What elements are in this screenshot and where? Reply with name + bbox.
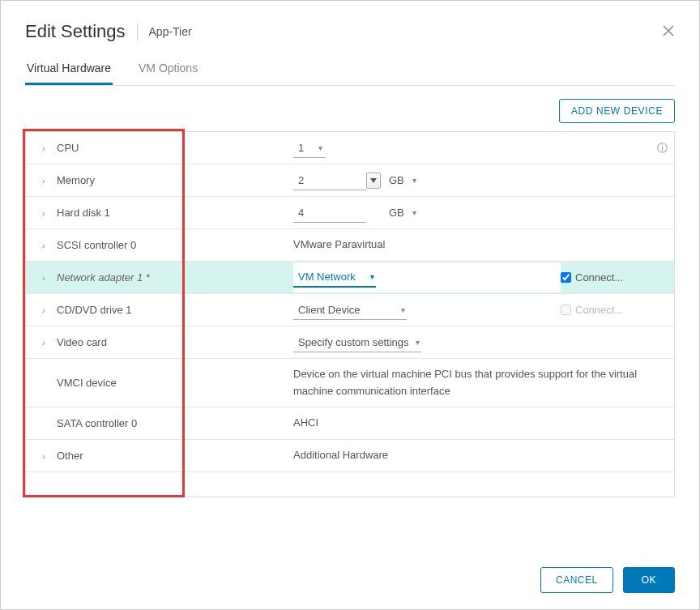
info-icon[interactable]: ⓘ xyxy=(650,141,674,156)
tab-vm-options[interactable]: VM Options xyxy=(137,57,199,85)
chevron-right-icon[interactable]: › xyxy=(42,273,50,283)
modal-header: Edit Settings App-Tier xyxy=(25,21,675,42)
cddvd-value: Client Device xyxy=(298,304,361,316)
row-label-scsi: SCSI controller 0 xyxy=(57,239,136,251)
row-memory: › Memory GB ▾ xyxy=(26,164,674,197)
row-video-card: › Video card Specify custom settings ▾ xyxy=(26,326,674,359)
tab-virtual-hardware[interactable]: Virtual Hardware xyxy=(25,57,113,85)
row-cddvd: › CD/DVD drive 1 Client Device ▾ Connect… xyxy=(26,294,674,326)
page-title: Edit Settings xyxy=(25,21,126,42)
edit-settings-modal: Edit Settings App-Tier Virtual Hardware … xyxy=(1,1,699,609)
row-network-adapter: › Network adapter 1 * VM Network ▾ Conne… xyxy=(26,262,674,294)
row-label-cpu: CPU xyxy=(57,142,79,154)
modal-footer: CANCEL OK xyxy=(25,551,675,593)
network-value: VM Network xyxy=(298,271,356,283)
chevron-right-icon[interactable]: › xyxy=(42,338,50,348)
row-spacer xyxy=(26,472,674,497)
chevron-right-icon[interactable]: › xyxy=(42,305,50,315)
chevron-right-icon[interactable]: › xyxy=(42,241,50,250)
row-label-memory: Memory xyxy=(57,174,95,186)
cddvd-connect-checkbox xyxy=(561,305,571,315)
cddvd-select[interactable]: Client Device ▾ xyxy=(293,301,407,320)
row-hard-disk: › Hard disk 1 GB ▾ xyxy=(26,197,674,229)
chevron-right-icon[interactable]: › xyxy=(42,143,50,153)
video-select[interactable]: Specify custom settings ▾ xyxy=(293,333,421,352)
page-subtitle: App-Tier xyxy=(149,25,192,38)
ok-button[interactable]: OK xyxy=(623,567,675,593)
chevron-down-icon: ▾ xyxy=(412,176,416,185)
title-divider xyxy=(137,23,138,40)
tab-bar: Virtual Hardware VM Options xyxy=(25,57,675,86)
cancel-button[interactable]: CANCEL xyxy=(540,567,613,593)
row-label-cddvd: CD/DVD drive 1 xyxy=(57,304,131,316)
hdd-size-input[interactable] xyxy=(293,203,366,223)
add-new-device-button[interactable]: ADD NEW DEVICE xyxy=(559,99,675,123)
row-other: › Other Additional Hardware xyxy=(26,440,674,472)
top-actions: ADD NEW DEVICE xyxy=(25,99,675,123)
hdd-unit-select[interactable]: GB ▾ xyxy=(386,205,420,220)
cpu-count-value: 1 xyxy=(298,142,304,154)
row-label-vmci: VMCI device xyxy=(57,377,117,389)
svg-marker-0 xyxy=(370,178,377,183)
hdd-unit-value: GB xyxy=(389,207,404,219)
memory-size-input[interactable] xyxy=(293,171,366,190)
sata-value: AHCI xyxy=(293,415,335,432)
row-label-other: Other xyxy=(57,450,83,462)
cpu-count-select[interactable]: 1 ▾ xyxy=(293,139,326,158)
other-value: Additional Hardware xyxy=(293,447,404,464)
chevron-down-icon: ▾ xyxy=(370,272,374,281)
row-label-video: Video card xyxy=(57,336,107,348)
row-scsi: › SCSI controller 0 VMware Paravirtual xyxy=(26,229,674,262)
chevron-down-icon: ▾ xyxy=(318,143,322,152)
cddvd-connect-label: Connect... xyxy=(575,304,623,316)
row-vmci: › VMCI device Device on the virtual mach… xyxy=(26,359,674,407)
vmci-value: Device on the virtual machine PCI bus th… xyxy=(293,366,674,400)
chevron-right-icon[interactable]: › xyxy=(42,208,50,218)
chevron-right-icon[interactable]: › xyxy=(42,176,50,186)
net-connect-checkbox[interactable] xyxy=(561,272,571,283)
chevron-down-icon: ▾ xyxy=(416,338,420,347)
row-cpu: › CPU 1 ▾ ⓘ xyxy=(26,132,674,164)
row-label-hdd: Hard disk 1 xyxy=(57,207,110,219)
close-icon[interactable] xyxy=(662,23,675,41)
memory-unit-select[interactable]: GB ▾ xyxy=(386,173,420,188)
chevron-right-icon[interactable]: › xyxy=(42,451,50,461)
memory-unit-value: GB xyxy=(389,174,404,186)
net-connect-label: Connect... xyxy=(575,271,623,284)
chevron-down-icon: ▾ xyxy=(401,305,405,314)
hardware-table: › CPU 1 ▾ ⓘ › Memory G xyxy=(25,131,675,497)
network-select[interactable]: VM Network ▾ xyxy=(293,267,376,288)
video-value: Specify custom settings xyxy=(298,336,409,348)
row-label-sata: SATA controller 0 xyxy=(57,417,137,429)
row-sata: › SATA controller 0 AHCI xyxy=(26,407,674,440)
header-left: Edit Settings App-Tier xyxy=(25,21,192,42)
scsi-value: VMware Paravirtual xyxy=(293,237,401,254)
memory-stepper[interactable] xyxy=(366,173,381,189)
chevron-down-icon: ▾ xyxy=(412,208,416,217)
row-label-net: Network adapter 1 * xyxy=(57,271,150,284)
